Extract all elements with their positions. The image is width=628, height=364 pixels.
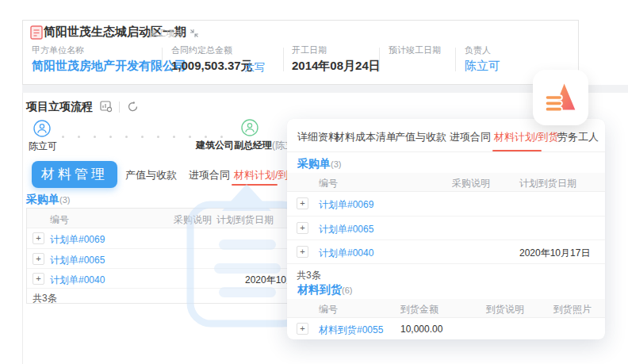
panel-purchase-title: 采购单(3) [297, 157, 341, 171]
expand-row-button[interactable]: + [297, 246, 308, 258]
col-header-amount: 到货金额 [400, 303, 438, 316]
field-divider [379, 48, 380, 71]
amount-in-words-link[interactable]: 大写 [244, 60, 265, 75]
plan-order-link[interactable]: 计划单#0040 [319, 247, 373, 260]
panel-tab-details[interactable]: 详细资料 [297, 130, 339, 144]
col-header-id: 编号 [319, 303, 338, 316]
brand-logo-card [533, 70, 588, 125]
field-label-amount: 合同约定总金额 [171, 44, 232, 56]
active-tab-underline [232, 184, 278, 186]
plan-order-link[interactable]: 计划单#0069 [50, 233, 105, 247]
plan-date-value: 2020年10月17日 [519, 247, 590, 260]
app-screen: 简阳世茂生态城启动区一期 施工项目 ☆ 甲方单位名称 简阳世茂房地产开发有限公司… [0, 0, 628, 364]
panel-active-tab-underline [492, 150, 542, 151]
panel-arrival-header-row: 编号 到货金额 到货说明 到货照片 [287, 299, 605, 318]
expand-row-button[interactable]: + [33, 253, 44, 265]
field-label-finish-date: 预计竣工日期 [389, 44, 441, 56]
brand-logo-icon [543, 80, 578, 115]
purchase-title-text: 采购单 [26, 193, 59, 205]
panel-arrival-count: (6) [342, 285, 352, 295]
field-label-manager: 负责人 [465, 44, 491, 56]
field-label-owner: 甲方单位名称 [32, 44, 84, 56]
plan-order-link[interactable]: 计划单#0040 [50, 274, 105, 287]
total-count-text: 共3条 [33, 292, 57, 305]
tab-output-and-receipts[interactable]: 产值与收款 [125, 168, 177, 182]
flow-user-icon-blue [33, 120, 51, 137]
col-header-desc: 采购说明 [174, 213, 212, 227]
panel-table-footer-row: 共3条 [287, 263, 605, 284]
collapse-icon[interactable] [190, 29, 199, 38]
process-chart-icon[interactable] [100, 101, 113, 113]
expand-row-button[interactable]: + [297, 323, 308, 335]
col-header-desc: 采购说明 [452, 177, 490, 190]
expand-row-button[interactable]: + [33, 273, 44, 285]
window-left-border [22, 93, 23, 364]
expand-row-button[interactable]: + [297, 222, 308, 234]
flow-step2-role: 建筑公司副总经理 [196, 140, 272, 151]
plan-order-link[interactable]: 计划单#0065 [50, 254, 105, 267]
col-header-date: 计划到货日期 [519, 177, 576, 190]
expand-row-button[interactable]: + [297, 197, 308, 209]
start-date-value: 2014年08月24日 [292, 59, 381, 74]
col-header-desc: 到货说明 [486, 303, 524, 316]
panel-table-row: + 计划单#0069 [287, 192, 605, 216]
col-header-id: 编号 [50, 213, 69, 227]
panel-table-row: + 计划单#0065 [287, 216, 605, 239]
process-section-title: 项目立项流程 [26, 100, 93, 114]
arrival-order-link[interactable]: 材料到货#0055 [319, 324, 383, 337]
purchase-section-title: 采购单(3) [26, 193, 70, 207]
panel-purchase-title-text: 采购单 [297, 157, 331, 170]
material-management-button[interactable]: 材料管理 [32, 161, 117, 188]
project-detail-panel: 详细资料 材料成本清单 产值与收款 进项合同 材料计划/到货 劳务工人 采购单(… [287, 119, 605, 339]
arrival-amount-value: 10,000.00 [400, 324, 442, 335]
plan-order-link[interactable]: 计划单#0065 [319, 223, 373, 236]
purchase-count: (3) [59, 195, 70, 205]
total-count-text: 共3条 [297, 269, 321, 282]
favorite-star-icon[interactable]: ☆ [176, 25, 186, 37]
panel-arrival-title-text: 材料到货 [297, 283, 342, 296]
refresh-icon[interactable] [127, 101, 139, 113]
tab-incoming-contracts[interactable]: 进项合同 [189, 168, 230, 182]
expand-row-button[interactable]: + [33, 232, 44, 244]
flow-step1-label: 陈立可 [29, 140, 57, 153]
flow-user-icon-green [241, 119, 258, 136]
col-header-photo: 到货照片 [553, 303, 592, 316]
panel-purchase-count: (3) [331, 159, 341, 169]
field-divider [283, 48, 284, 71]
plan-order-link[interactable]: 计划单#0069 [319, 198, 373, 212]
panel-table-row: + 计划单#0040 2020年10月17日 [287, 239, 605, 263]
panel-arrival-title: 材料到货(6) [297, 283, 352, 297]
field-divider [162, 48, 163, 71]
manager-link[interactable]: 陈立可 [465, 59, 500, 74]
col-header-id: 编号 [319, 177, 338, 190]
panel-table-header-row: 编号 采购说明 计划到货日期 [287, 173, 605, 192]
panel-tab-laborers[interactable]: 劳务工人 [557, 130, 599, 144]
panel-arrival-row: + 材料到货#0055 10,000.00 [287, 318, 605, 339]
field-divider [455, 48, 456, 71]
project-document-icon [30, 25, 43, 40]
panel-tab-material-cost[interactable]: 材料成本清单 [335, 130, 396, 144]
owner-company-link[interactable]: 简阳世茂房地产开发有限公司 [32, 59, 186, 74]
panel-tab-material-plan-active[interactable]: 材料计划/到货 [494, 130, 559, 144]
col-header-date: 计划到货日期 [216, 213, 274, 227]
panel-tab-contracts[interactable]: 进项合同 [450, 130, 491, 144]
field-label-start-date: 开工日期 [292, 44, 327, 56]
panel-tab-output[interactable]: 产值与收款 [395, 130, 446, 144]
icon-divider [119, 102, 120, 113]
contract-amount: 1,009,503.37元 [171, 59, 253, 74]
